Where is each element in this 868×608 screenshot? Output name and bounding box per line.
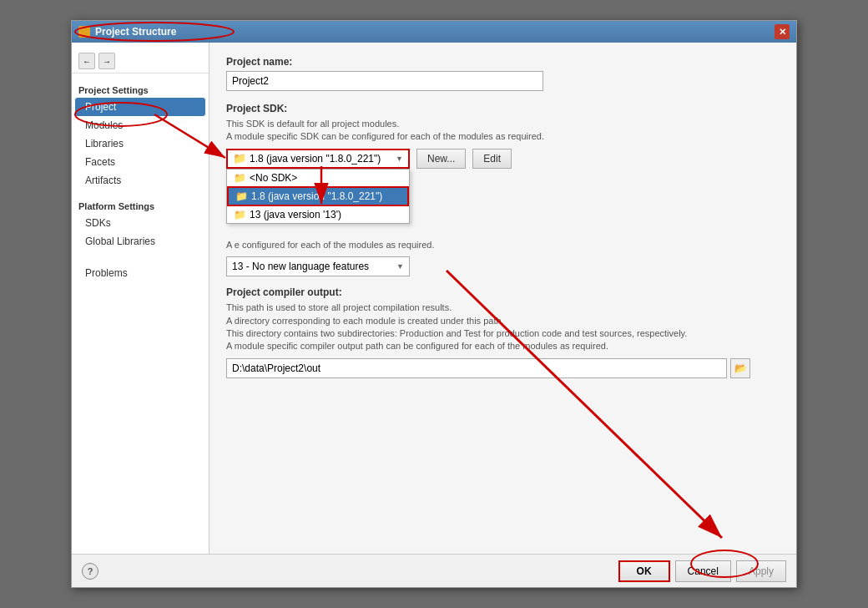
edit-sdk-button[interactable]: Edit [472, 149, 512, 169]
close-button[interactable]: ✕ [775, 24, 790, 39]
sdk-1-8-icon: 📁 [235, 190, 248, 202]
project-settings-label: Project Settings [72, 80, 209, 98]
sdk-dropdown-popup: 📁 <No SDK> 📁 1.8 (java version "1.8.0_22… [226, 169, 410, 224]
sidebar-item-facets[interactable]: Facets [72, 153, 209, 171]
sidebar-nav: ← → [72, 49, 209, 73]
sidebar-item-modules[interactable]: Modules [72, 116, 209, 134]
project-name-label: Project name: [226, 56, 780, 68]
sidebar-item-problems[interactable]: Problems [72, 264, 209, 282]
dropdown-item-sdk-13[interactable]: 📁 13 (java version '13') [227, 206, 409, 223]
sidebar-item-global-libraries[interactable]: Global Libraries [72, 232, 209, 251]
no-sdk-label: <No SDK> [250, 172, 297, 184]
main-content: Project name: Project SDK: This SDK is d… [209, 43, 796, 554]
sdk-13-icon: 📁 [234, 209, 246, 220]
no-sdk-icon: 📁 [234, 172, 246, 184]
back-button[interactable]: ← [78, 53, 95, 69]
browse-folder-icon: 📂 [734, 362, 747, 374]
language-level-value: 13 - No new language features [232, 261, 369, 272]
new-sdk-button[interactable]: New... [416, 149, 466, 169]
title-bar: Project Structure ✕ [72, 21, 796, 43]
project-name-input[interactable] [226, 71, 543, 91]
compiler-output-desc: This path is used to store all project c… [226, 301, 780, 353]
project-sdk-desc1: This SDK is default for all project modu… [226, 118, 780, 144]
compiler-output-label: Project compiler output: [226, 286, 780, 298]
dropdown-chevron-icon: ▼ [396, 155, 403, 163]
cancel-button[interactable]: Cancel [675, 560, 731, 582]
language-level-desc: A e configured for each of the modules a… [226, 239, 780, 251]
dropdown-item-sdk-1-8[interactable]: 📁 1.8 (java version "1.8.0_221") [227, 186, 409, 206]
sdk-selected-value: 1.8 (java version "1.8.0_221") [250, 153, 381, 165]
sidebar-item-sdks[interactable]: SDKs [72, 214, 209, 232]
forward-button[interactable]: → [98, 53, 115, 69]
help-button[interactable]: ? [82, 563, 98, 580]
folder-icon: 📁 [233, 152, 246, 165]
browse-output-folder-button[interactable]: 📂 [730, 358, 750, 378]
compiler-output-path-input[interactable] [226, 358, 727, 378]
sdk-13-label: 13 (java version '13') [250, 209, 341, 220]
sidebar-item-project[interactable]: Project [75, 98, 205, 116]
platform-settings-label: Platform Settings [72, 196, 209, 214]
apply-button[interactable]: Apply [736, 560, 786, 582]
language-level-dropdown[interactable]: 13 - No new language features ▼ [226, 256, 410, 276]
window-icon [78, 26, 90, 38]
language-dropdown-chevron-icon: ▼ [396, 262, 404, 271]
sdk-dropdown[interactable]: 📁 1.8 (java version "1.8.0_221") ▼ [226, 149, 410, 169]
sidebar-item-artifacts[interactable]: Artifacts [72, 171, 209, 190]
ok-button[interactable]: OK [618, 560, 670, 582]
footer: ? OK Cancel Apply [72, 554, 796, 587]
sdk-1-8-label: 1.8 (java version "1.8.0_221") [251, 190, 382, 202]
sidebar: ← → Project Settings Project Modules Lib… [72, 43, 209, 554]
window-title: Project Structure [95, 26, 176, 38]
sidebar-item-libraries[interactable]: Libraries [72, 134, 209, 153]
dropdown-item-no-sdk[interactable]: 📁 <No SDK> [227, 170, 409, 186]
project-sdk-label: Project SDK: [226, 103, 780, 114]
